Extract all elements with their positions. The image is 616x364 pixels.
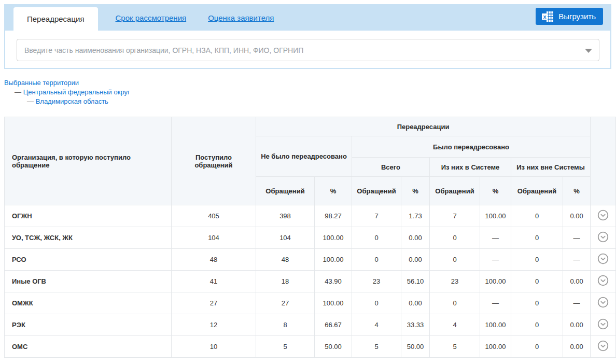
value-cell: 100.00 [480,205,511,227]
tab-label: Переадресация [27,15,85,23]
territory-link-region[interactable]: Владимирская область [36,97,108,105]
value-cell: 33.33 [401,314,430,336]
dropdown-caret-icon[interactable] [585,49,592,53]
value-cell: 0 [352,292,401,314]
chevron-down-circle-icon [597,318,609,330]
value-cell: 100.00 [480,314,511,336]
table-row: ОМС10550.00550.005100.0000.00 [5,336,616,358]
org-cell: ОГЖН [5,205,172,227]
header-appeals: Обращений [352,177,401,205]
expand-cell [591,249,616,271]
export-button-label: Выгрузить [558,12,596,21]
expand-row-button[interactable] [597,318,609,330]
table-row: РСО4848100.0000.000—0— [5,249,616,271]
tab-ocenka-zayavitelya[interactable]: Оценка заявителя [204,5,278,31]
expand-row-button[interactable] [597,340,609,352]
expand-cell [591,314,616,336]
value-cell: 0 [430,292,480,314]
value-cell: 27 [172,292,256,314]
org-search-combobox [17,39,599,61]
tabs-bar: Переадресация Срок рассмотрения Оценка з… [5,5,610,31]
value-cell: 0 [352,227,401,249]
value-cell: 0.00 [401,292,430,314]
table-row: ОГЖН40539898.2771.737100.0000.00 [5,205,616,227]
value-cell: 0.00 [563,336,591,358]
org-cell: РЭК [5,314,172,336]
value-cell: 0.00 [563,314,591,336]
table-row: Иные ОГВ411843.902356.1023100.0000.00 [5,271,616,292]
value-cell: 50.00 [315,336,352,358]
value-cell: 0 [430,249,480,271]
value-cell: 0 [511,205,563,227]
value-cell: 0.00 [563,271,591,292]
value-cell: 50.00 [401,336,430,358]
header-expand-column [591,117,616,205]
value-cell: 0 [352,249,401,271]
export-button[interactable]: x Выгрузить [536,8,603,25]
value-cell: 100.00 [480,271,511,292]
table-row: ОМЖК2727100.0000.000—0— [5,292,616,314]
value-cell: 0.00 [401,249,430,271]
value-cell: — [563,292,591,314]
expand-cell [591,205,616,227]
value-cell: — [563,249,591,271]
value-cell: 5 [352,336,401,358]
header-organization: Организация, в которую поступило обращен… [5,117,172,205]
chevron-down-circle-icon [597,340,609,352]
header-out-system: Из них вне Системы [511,158,591,177]
table-row: РЭК12866.67433.334100.0000.00 [5,314,616,336]
table-row: УО, ТСЖ, ЖСК, ЖК104104100.0000.000—0— [5,227,616,249]
value-cell: 100.00 [315,227,352,249]
value-cell: 0 [511,271,563,292]
chevron-down-circle-icon [597,275,609,286]
svg-text:x: x [543,13,547,19]
value-cell: 0 [511,292,563,314]
value-cell: 7 [352,205,401,227]
value-cell: 18 [256,271,315,292]
org-cell: ОМС [5,336,172,358]
chevron-down-circle-icon [597,231,609,243]
expand-row-button[interactable] [597,231,609,243]
excel-icon: x [541,11,554,22]
expand-cell [591,271,616,292]
expand-row-button[interactable] [597,253,609,264]
header-in-system: Из них в Системе [430,158,511,177]
tab-pereadresaciya[interactable]: Переадресация [13,7,98,31]
expand-cell [591,292,616,314]
value-cell: 104 [256,227,315,249]
expand-cell [591,227,616,249]
header-appeals: Обращений [511,177,563,205]
value-cell: 0.00 [563,205,591,227]
expand-row-button[interactable] [597,209,609,221]
header-percent: % [563,177,591,205]
value-cell: 0 [511,314,563,336]
value-cell: 41 [172,271,256,292]
value-cell: 48 [256,249,315,271]
territories-title-link[interactable]: Выбранные территории [4,79,79,87]
value-cell: 5 [430,336,480,358]
value-cell: 27 [256,292,315,314]
value-cell: 405 [172,205,256,227]
expand-row-button[interactable] [597,275,609,286]
header-appeals: Обращений [430,177,480,205]
redirects-report-table: Организация, в которую поступило обращен… [4,117,616,358]
territory-link-federal-district[interactable]: Центральный федеральный округ [23,88,130,96]
value-cell: 5 [256,336,315,358]
territory-dash: — [15,88,21,96]
org-cell: РСО [5,249,172,271]
value-cell: 43.90 [315,271,352,292]
value-cell: 23 [352,271,401,292]
chevron-down-circle-icon [597,253,609,264]
value-cell: 0 [430,227,480,249]
value-cell: 8 [256,314,315,336]
header-redirected-group: Было переадресовано [352,136,591,158]
org-search-input[interactable] [17,39,599,61]
expand-row-button[interactable] [597,297,609,308]
table-header: Организация, в которую поступило обращен… [5,117,616,205]
tab-srok-rassmotreniya[interactable]: Срок рассмотрения [111,5,191,31]
value-cell: 104 [172,227,256,249]
search-area [5,31,610,68]
value-cell: 4 [352,314,401,336]
value-cell: — [480,227,511,249]
value-cell: 10 [172,336,256,358]
